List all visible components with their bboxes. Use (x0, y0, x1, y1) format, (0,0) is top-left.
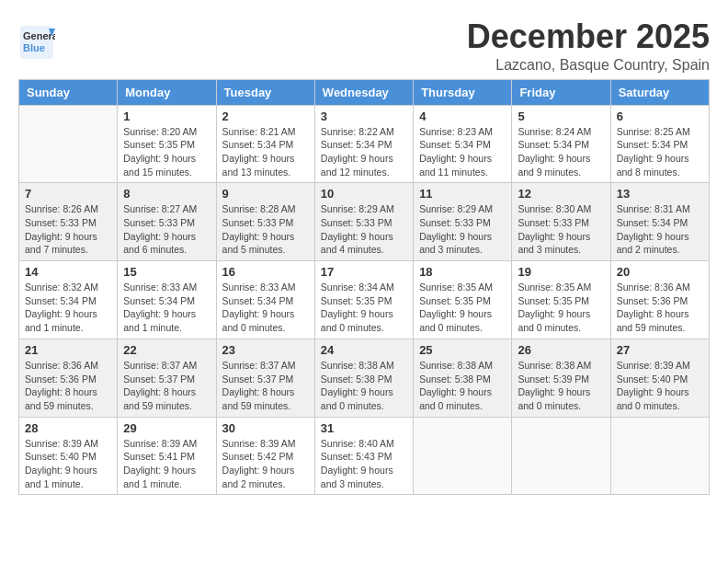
calendar-cell: 12Sunrise: 8:30 AM Sunset: 5:33 PM Dayli… (512, 183, 610, 261)
day-info: Sunrise: 8:29 AM Sunset: 5:33 PM Dayligh… (321, 202, 407, 257)
calendar-cell: 10Sunrise: 8:29 AM Sunset: 5:33 PM Dayli… (314, 183, 413, 261)
day-number: 21 (25, 343, 111, 357)
calendar-cell: 26Sunrise: 8:38 AM Sunset: 5:39 PM Dayli… (512, 339, 610, 417)
day-number: 5 (518, 109, 604, 123)
calendar-cell: 24Sunrise: 8:38 AM Sunset: 5:38 PM Dayli… (314, 339, 413, 417)
day-info: Sunrise: 8:22 AM Sunset: 5:34 PM Dayligh… (321, 125, 407, 179)
day-info: Sunrise: 8:33 AM Sunset: 5:34 PM Dayligh… (222, 281, 309, 335)
day-number: 22 (123, 343, 210, 357)
day-header-sunday: Sunday (19, 79, 118, 105)
calendar-cell: 17Sunrise: 8:34 AM Sunset: 5:35 PM Dayli… (314, 261, 413, 339)
day-number: 13 (617, 187, 703, 201)
day-info: Sunrise: 8:36 AM Sunset: 5:36 PM Dayligh… (25, 359, 111, 413)
svg-text:Blue: Blue (23, 42, 45, 53)
day-info: Sunrise: 8:39 AM Sunset: 5:42 PM Dayligh… (222, 437, 309, 491)
logo: General Blue (18, 24, 55, 61)
calendar-cell: 6Sunrise: 8:25 AM Sunset: 5:34 PM Daylig… (610, 105, 709, 183)
calendar-cell (414, 417, 512, 495)
day-number: 10 (321, 187, 407, 201)
day-number: 27 (617, 343, 703, 357)
calendar-cell: 19Sunrise: 8:35 AM Sunset: 5:35 PM Dayli… (512, 261, 610, 339)
calendar-cell: 15Sunrise: 8:33 AM Sunset: 5:34 PM Dayli… (118, 261, 216, 339)
calendar-cell: 16Sunrise: 8:33 AM Sunset: 5:34 PM Dayli… (216, 261, 314, 339)
day-number: 14 (25, 265, 111, 279)
day-number: 30 (222, 421, 309, 435)
day-info: Sunrise: 8:29 AM Sunset: 5:33 PM Dayligh… (419, 202, 506, 257)
day-number: 25 (419, 343, 506, 357)
page-header: General Blue December 2025 Lazcano, Basq… (18, 18, 710, 74)
calendar-week-row: 28Sunrise: 8:39 AM Sunset: 5:40 PM Dayli… (19, 417, 710, 495)
calendar-cell: 11Sunrise: 8:29 AM Sunset: 5:33 PM Dayli… (414, 183, 512, 261)
calendar-week-row: 7Sunrise: 8:26 AM Sunset: 5:33 PM Daylig… (19, 183, 710, 261)
day-header-saturday: Saturday (610, 79, 709, 105)
day-info: Sunrise: 8:25 AM Sunset: 5:34 PM Dayligh… (617, 125, 703, 179)
calendar-cell: 9Sunrise: 8:28 AM Sunset: 5:33 PM Daylig… (216, 183, 314, 261)
day-number: 3 (321, 109, 407, 123)
day-info: Sunrise: 8:34 AM Sunset: 5:35 PM Dayligh… (321, 281, 407, 335)
day-info: Sunrise: 8:35 AM Sunset: 5:35 PM Dayligh… (518, 281, 604, 335)
day-number: 26 (518, 343, 604, 357)
day-number: 12 (518, 187, 604, 201)
day-info: Sunrise: 8:28 AM Sunset: 5:33 PM Dayligh… (222, 202, 309, 257)
calendar-cell: 27Sunrise: 8:39 AM Sunset: 5:40 PM Dayli… (610, 339, 709, 417)
day-info: Sunrise: 8:24 AM Sunset: 5:34 PM Dayligh… (518, 125, 604, 179)
day-number: 8 (123, 187, 210, 201)
day-number: 15 (123, 265, 210, 279)
calendar-cell: 7Sunrise: 8:26 AM Sunset: 5:33 PM Daylig… (19, 183, 118, 261)
day-number: 31 (321, 421, 407, 435)
calendar-cell: 25Sunrise: 8:38 AM Sunset: 5:38 PM Dayli… (414, 339, 512, 417)
calendar-cell: 1Sunrise: 8:20 AM Sunset: 5:35 PM Daylig… (118, 105, 216, 183)
calendar-table: SundayMondayTuesdayWednesdayThursdayFrid… (18, 79, 710, 496)
calendar-cell: 23Sunrise: 8:37 AM Sunset: 5:37 PM Dayli… (216, 339, 314, 417)
calendar-cell: 8Sunrise: 8:27 AM Sunset: 5:33 PM Daylig… (118, 183, 216, 261)
calendar-cell: 4Sunrise: 8:23 AM Sunset: 5:34 PM Daylig… (414, 105, 512, 183)
day-header-thursday: Thursday (414, 79, 512, 105)
calendar-cell (610, 417, 709, 495)
calendar-cell: 28Sunrise: 8:39 AM Sunset: 5:40 PM Dayli… (19, 417, 118, 495)
day-info: Sunrise: 8:33 AM Sunset: 5:34 PM Dayligh… (123, 281, 210, 335)
day-info: Sunrise: 8:26 AM Sunset: 5:33 PM Dayligh… (25, 202, 111, 257)
calendar-cell: 14Sunrise: 8:32 AM Sunset: 5:34 PM Dayli… (19, 261, 118, 339)
day-info: Sunrise: 8:37 AM Sunset: 5:37 PM Dayligh… (123, 359, 210, 413)
logo: General Blue (18, 24, 55, 61)
day-info: Sunrise: 8:39 AM Sunset: 5:40 PM Dayligh… (25, 437, 111, 491)
day-header-friday: Friday (512, 79, 610, 105)
day-number: 6 (617, 109, 703, 123)
calendar-cell: 30Sunrise: 8:39 AM Sunset: 5:42 PM Dayli… (216, 417, 314, 495)
day-info: Sunrise: 8:38 AM Sunset: 5:38 PM Dayligh… (419, 359, 506, 413)
calendar-cell: 18Sunrise: 8:35 AM Sunset: 5:35 PM Dayli… (414, 261, 512, 339)
day-info: Sunrise: 8:35 AM Sunset: 5:35 PM Dayligh… (419, 281, 506, 335)
calendar-cell (512, 417, 610, 495)
day-info: Sunrise: 8:20 AM Sunset: 5:35 PM Dayligh… (123, 125, 210, 179)
title-block: December 2025 Lazcano, Basque Country, S… (467, 18, 710, 74)
calendar-cell: 3Sunrise: 8:22 AM Sunset: 5:34 PM Daylig… (314, 105, 413, 183)
day-info: Sunrise: 8:39 AM Sunset: 5:40 PM Dayligh… (617, 359, 703, 413)
month-title: December 2025 (467, 18, 710, 55)
day-info: Sunrise: 8:23 AM Sunset: 5:34 PM Dayligh… (419, 125, 506, 179)
day-number: 1 (123, 109, 210, 123)
calendar-cell: 21Sunrise: 8:36 AM Sunset: 5:36 PM Dayli… (19, 339, 118, 417)
day-info: Sunrise: 8:39 AM Sunset: 5:41 PM Dayligh… (123, 437, 210, 491)
day-header-monday: Monday (118, 79, 216, 105)
day-number: 2 (222, 109, 309, 123)
calendar-cell (19, 105, 118, 183)
day-number: 11 (419, 187, 506, 201)
day-number: 9 (222, 187, 309, 201)
day-info: Sunrise: 8:38 AM Sunset: 5:39 PM Dayligh… (518, 359, 604, 413)
calendar-cell: 29Sunrise: 8:39 AM Sunset: 5:41 PM Dayli… (118, 417, 216, 495)
day-number: 28 (25, 421, 111, 435)
day-info: Sunrise: 8:40 AM Sunset: 5:43 PM Dayligh… (321, 437, 407, 491)
day-number: 19 (518, 265, 604, 279)
day-number: 23 (222, 343, 309, 357)
day-number: 7 (25, 187, 111, 201)
day-info: Sunrise: 8:38 AM Sunset: 5:38 PM Dayligh… (321, 359, 407, 413)
day-info: Sunrise: 8:36 AM Sunset: 5:36 PM Dayligh… (617, 281, 703, 335)
day-number: 18 (419, 265, 506, 279)
day-number: 29 (123, 421, 210, 435)
day-header-wednesday: Wednesday (314, 79, 413, 105)
calendar-cell: 2Sunrise: 8:21 AM Sunset: 5:34 PM Daylig… (216, 105, 314, 183)
day-number: 16 (222, 265, 309, 279)
calendar-cell: 31Sunrise: 8:40 AM Sunset: 5:43 PM Dayli… (314, 417, 413, 495)
day-info: Sunrise: 8:32 AM Sunset: 5:34 PM Dayligh… (25, 281, 111, 335)
day-info: Sunrise: 8:30 AM Sunset: 5:33 PM Dayligh… (518, 202, 604, 257)
